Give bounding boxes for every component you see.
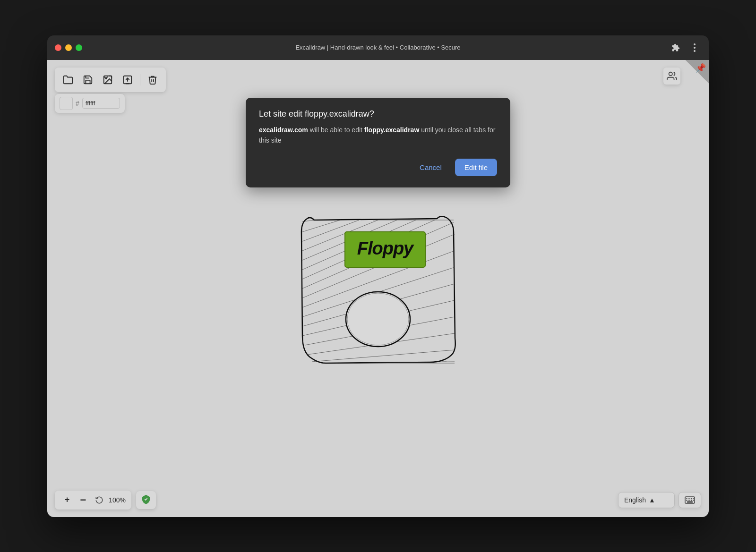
main-content: 📌: [47, 60, 709, 517]
title-bar-actions: [669, 41, 701, 54]
cancel-button[interactable]: Cancel: [412, 160, 449, 175]
close-button[interactable]: [55, 44, 61, 51]
svg-point-0: [694, 43, 696, 45]
dialog-actions: Cancel Edit file: [259, 159, 497, 176]
modal-overlay: Let site edit floppy.excalidraw? excalid…: [47, 60, 709, 517]
traffic-lights: [55, 44, 82, 51]
edit-file-button[interactable]: Edit file: [455, 159, 497, 176]
browser-window: Excalidraw | Hand-drawn look & feel • Co…: [47, 35, 709, 517]
svg-point-1: [694, 47, 696, 49]
maximize-button[interactable]: [76, 44, 82, 51]
site-name: excalidraw.com: [259, 126, 308, 134]
dialog-title: Let site edit floppy.excalidraw?: [259, 109, 497, 119]
filename: floppy.excalidraw: [364, 126, 419, 134]
dialog-body-middle: will be able to edit: [308, 126, 364, 134]
dialog-body: excalidraw.com will be able to edit flop…: [259, 125, 497, 146]
menu-icon[interactable]: [688, 41, 701, 54]
page-title: Excalidraw | Hand-drawn look & feel • Co…: [295, 44, 460, 51]
edit-file-dialog: Let site edit floppy.excalidraw? excalid…: [246, 98, 510, 188]
minimize-button[interactable]: [65, 44, 72, 51]
extensions-icon[interactable]: [669, 41, 682, 54]
svg-point-2: [694, 50, 696, 52]
title-bar: Excalidraw | Hand-drawn look & feel • Co…: [47, 35, 709, 60]
